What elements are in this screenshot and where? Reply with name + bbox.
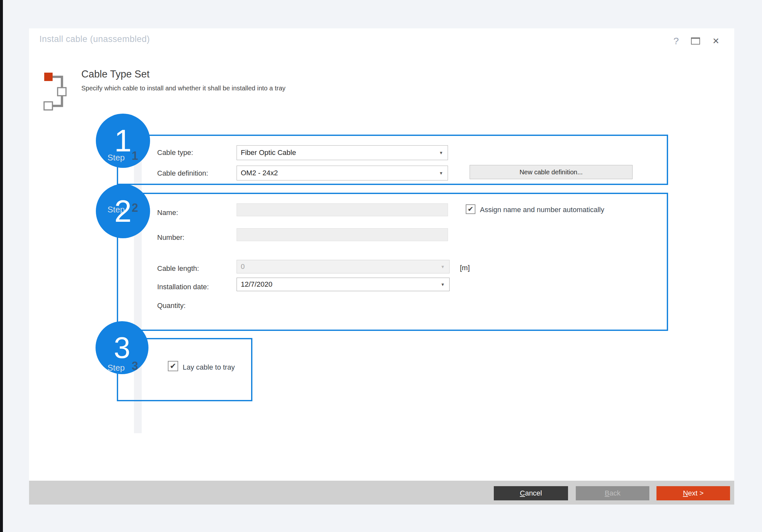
dialog-title: Install cable (unassembled) bbox=[39, 34, 150, 44]
name-input[interactable] bbox=[237, 203, 448, 216]
assign-auto-label[interactable]: Assign name and number automatically bbox=[480, 206, 604, 214]
cable-type-value: Fiber Optic Cable bbox=[241, 148, 296, 157]
step-2-ghost-label: Step bbox=[108, 205, 125, 215]
left-edge-strip bbox=[0, 0, 3, 532]
cable-type-dropdown[interactable]: Fiber Optic Cable ▼ bbox=[237, 145, 448, 160]
back-button[interactable]: Back bbox=[576, 486, 649, 500]
cable-length-unit: [m] bbox=[460, 264, 470, 272]
wizard-steps-icon bbox=[43, 70, 69, 112]
cable-length-dropdown: 0 ▼ bbox=[237, 260, 450, 273]
cable-length-value: 0 bbox=[241, 263, 245, 271]
chevron-down-icon: ▼ bbox=[440, 265, 445, 269]
next-button[interactable]: Next > bbox=[656, 486, 730, 500]
lay-cable-to-tray-checkbox[interactable]: ✔ bbox=[168, 361, 178, 371]
cable-definition-value: OM2 - 24x2 bbox=[241, 169, 278, 177]
page-subtitle: Specify which cable to install and wheth… bbox=[81, 85, 286, 92]
installation-date-dropdown[interactable]: 12/7/2020 ▼ bbox=[237, 278, 450, 291]
screen: Install cable (unassembled) ? ✕ Cable Ty… bbox=[0, 0, 762, 532]
window-controls: ? ✕ bbox=[674, 36, 720, 46]
checkmark-icon: ✔ bbox=[468, 205, 474, 213]
step-2-ghost-number: 2 bbox=[132, 201, 138, 215]
step-3-ghost-number: 3 bbox=[132, 359, 138, 373]
chevron-down-icon: ▼ bbox=[439, 171, 443, 176]
cable-definition-label: Cable definition: bbox=[157, 169, 208, 178]
new-cable-definition-button[interactable]: New cable definition... bbox=[470, 165, 633, 179]
quantity-label: Quantity: bbox=[157, 301, 186, 310]
close-icon[interactable]: ✕ bbox=[712, 36, 720, 46]
cable-type-label: Cable type: bbox=[157, 148, 193, 157]
install-cable-dialog: Install cable (unassembled) ? ✕ Cable Ty… bbox=[29, 29, 734, 504]
installation-date-value: 12/7/2020 bbox=[241, 280, 272, 289]
number-input[interactable] bbox=[237, 228, 448, 241]
help-icon[interactable]: ? bbox=[674, 36, 679, 46]
cable-length-label: Cable length: bbox=[157, 265, 199, 273]
cancel-button[interactable]: Cancel bbox=[494, 486, 568, 500]
step-1-ghost-label: Step bbox=[108, 153, 125, 163]
chevron-down-icon: ▼ bbox=[439, 150, 443, 155]
number-label: Number: bbox=[157, 233, 184, 242]
checkmark-icon: ✔ bbox=[170, 361, 176, 371]
assign-auto-checkbox[interactable]: ✔ bbox=[466, 204, 475, 214]
maximize-icon[interactable] bbox=[691, 38, 700, 44]
name-label: Name: bbox=[157, 208, 178, 217]
cable-definition-dropdown[interactable]: OM2 - 24x2 ▼ bbox=[237, 166, 448, 181]
page-title: Cable Type Set bbox=[81, 68, 149, 80]
step-1-ghost-number: 1 bbox=[132, 149, 138, 163]
footer-button-bar: Cancel Back Next > bbox=[29, 481, 734, 504]
lay-cable-to-tray-label[interactable]: Lay cable to tray bbox=[183, 363, 235, 372]
chevron-down-icon: ▼ bbox=[440, 282, 445, 287]
installation-date-label: Installation date: bbox=[157, 283, 209, 291]
step-3-ghost-label: Step bbox=[108, 363, 125, 373]
